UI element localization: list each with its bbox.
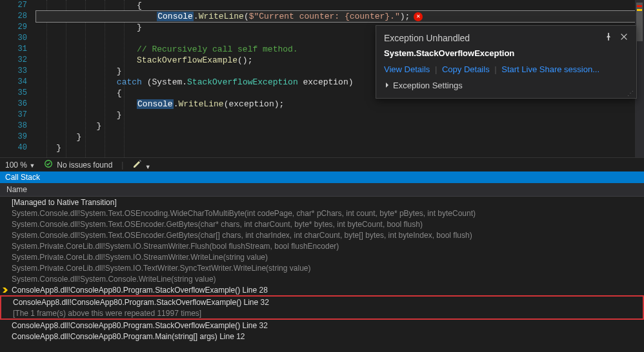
scrollbar-thumb[interactable] [636,3,643,41]
current-frame-arrow-icon [1,286,9,295]
call-stack-tab[interactable]: Call Stack [0,171,644,183]
code-line[interactable]: { [36,0,644,11]
line-number: 35 [0,88,27,99]
call-stack-frame[interactable]: System.Private.CoreLib.dll!System.IO.Str… [0,240,644,251]
call-stack-list[interactable]: [Managed to Native Transition]System.Con… [0,197,644,342]
close-icon[interactable] [619,32,629,43]
code-line[interactable]: } [36,121,644,132]
call-stack-frame[interactable]: [Managed to Native Transition] [0,197,644,208]
live-share-link[interactable]: Start Live Share session... [501,64,599,74]
exception-popup: Exception Unhandled System.StackOverflow… [376,25,637,99]
chevron-right-icon [384,81,390,90]
pin-icon[interactable] [604,32,613,43]
popup-title: Exception Unhandled [384,33,470,43]
view-details-link[interactable]: View Details [384,64,430,74]
zoom-level[interactable]: 100 % ▼ [5,161,35,170]
code-line[interactable]: } [36,142,644,153]
line-number: 27 [0,0,27,11]
call-stack-frame[interactable]: System.Private.CoreLib.dll!System.IO.Str… [0,251,644,262]
call-stack-frame[interactable]: ConsoleApp8.dll!ConsoleApp80.Program.Sta… [1,297,643,308]
call-stack-column-header[interactable]: Name [0,183,644,197]
chevron-down-icon: ▼ [29,162,35,169]
line-number: 32 [0,55,27,66]
scrollbar-caret-marker [637,9,642,11]
line-number: 39 [0,132,27,142]
call-stack-frame[interactable]: ConsoleApp8.dll!ConsoleApp80.Program.Sta… [0,320,644,331]
call-stack-frame[interactable]: System.Console.dll!System.Text.OSEncodin… [0,208,644,219]
code-line[interactable]: } [36,110,644,121]
line-number: 31 [0,44,27,55]
call-stack-frame[interactable]: System.Console.dll!System.Console.WriteL… [0,273,644,284]
line-number: 40 [0,142,27,153]
resize-grip-icon[interactable]: ⋰ [627,90,634,97]
repeated-frames-highlight: ConsoleApp8.dll!ConsoleApp80.Program.Sta… [0,295,644,320]
line-number: 38 [0,121,27,132]
call-stack-frame[interactable]: System.Console.dll!System.Text.OSEncoder… [0,230,644,240]
issues-indicator[interactable]: No issues found [44,159,112,170]
scrollbar-error-marker [637,5,642,7]
call-stack-frame[interactable]: System.Console.dll!System.Text.OSEncoder… [0,219,644,230]
check-circle-icon [44,159,53,170]
exception-type-label: System.StackOverflowException [384,48,629,58]
call-stack-frame[interactable]: System.Private.CoreLib.dll!System.IO.Tex… [0,262,644,273]
call-stack-frame[interactable]: ConsoleApp8.dll!ConsoleApp80.Program.Mai… [0,331,644,342]
code-cleanup-icon[interactable]: ▼ [132,159,150,171]
code-line[interactable]: Console.WriteLine($"Current counter: {co… [36,11,644,22]
line-number: 34 [0,77,27,88]
line-number: 36 [0,99,27,110]
exception-error-icon[interactable]: ✕ [414,12,423,21]
editor-statusbar: 100 % ▼ No issues found | ▼ [0,157,644,171]
code-line[interactable]: } [36,132,644,142]
call-stack-frame[interactable]: [The 1 frame(s) above this were repeated… [1,308,643,318]
copy-details-link[interactable]: Copy Details [442,64,490,74]
line-number: 28 [0,11,27,22]
exception-settings-expander[interactable]: Exception Settings [384,81,629,90]
line-number: 29 [0,22,27,33]
line-number: 30 [0,33,27,44]
line-number: 37 [0,110,27,121]
line-number-gutter: 2728293031323334353637383940 [0,0,36,157]
code-line[interactable]: Console.WriteLine(exception); [36,99,644,110]
call-stack-frame[interactable]: ConsoleApp8.dll!ConsoleApp80.Program.Sta… [0,284,644,295]
line-number: 33 [0,66,27,77]
